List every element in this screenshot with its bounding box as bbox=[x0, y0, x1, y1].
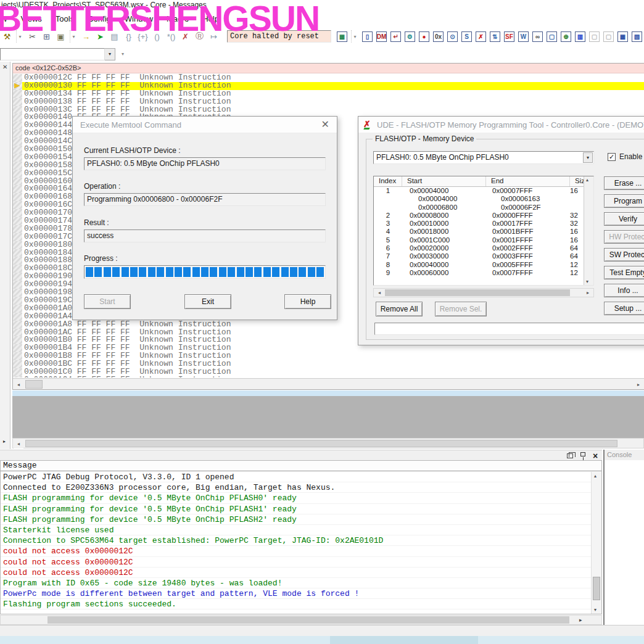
memo-icon[interactable]: ▦ bbox=[337, 31, 347, 42]
scrollbar-thumb[interactable] bbox=[593, 577, 600, 600]
table-row[interactable]: 20x000080000x0000FFFF32 bbox=[374, 212, 593, 220]
menu-item-macro[interactable]: Macro bbox=[160, 14, 196, 23]
test-empty-button[interactable]: Test Empty bbox=[604, 266, 644, 279]
pin-icon[interactable] bbox=[580, 452, 585, 456]
search-window-icon[interactable]: ⊙ bbox=[447, 31, 458, 42]
device-combo[interactable]: PFLASH0: 0.5 MByte OnChip PFLASH0 bbox=[373, 151, 594, 164]
scroll-left-icon[interactable]: ◂ bbox=[374, 289, 384, 297]
copy-icon[interactable]: ⊞ bbox=[41, 31, 52, 42]
breakpoint-gutter[interactable] bbox=[13, 154, 22, 162]
message-column-header[interactable]: Message bbox=[1, 461, 601, 471]
close-icon[interactable]: ✕ bbox=[321, 120, 329, 130]
restart-icon[interactable]: Ⓡ bbox=[194, 31, 205, 42]
paste-icon[interactable]: ▣ bbox=[56, 31, 66, 42]
step-return-icon[interactable]: ↦ bbox=[208, 31, 219, 42]
sfr-window-icon[interactable]: SF bbox=[504, 31, 514, 42]
debug-monitor-icon[interactable]: DM bbox=[376, 31, 387, 42]
breakpoint-gutter[interactable] bbox=[13, 281, 22, 289]
scroll-up-icon[interactable]: ▴ bbox=[586, 177, 588, 183]
step-list-icon[interactable]: ▤ bbox=[109, 31, 120, 42]
column-header-index[interactable]: Index bbox=[374, 176, 402, 186]
column-header-size[interactable]: Siz bbox=[570, 176, 585, 186]
source-window-icon[interactable]: S bbox=[461, 31, 472, 42]
scroll-right-icon[interactable]: ▸ bbox=[579, 617, 582, 623]
breakpoint-gutter[interactable] bbox=[13, 241, 22, 249]
breakpoint-gutter[interactable] bbox=[13, 138, 22, 146]
close-icon[interactable]: ✕ bbox=[2, 64, 7, 70]
verify-button[interactable]: Verify bbox=[604, 212, 644, 226]
table-row[interactable]: 60x000200000x0002FFFF64 bbox=[374, 244, 593, 252]
menu-item-tools[interactable]: Tools bbox=[49, 14, 81, 23]
menu-item-views[interactable]: Views bbox=[14, 14, 48, 23]
breakpoint-gutter[interactable] bbox=[13, 360, 22, 368]
sw-protect-button[interactable]: SW Protect bbox=[604, 248, 644, 262]
reset-target-icon[interactable]: ↵ bbox=[390, 31, 401, 42]
column-header-start[interactable]: Start bbox=[402, 176, 486, 186]
table-row[interactable]: 30x000100000x00017FFF32 bbox=[374, 220, 593, 228]
breakpoint-gutter[interactable] bbox=[13, 273, 22, 281]
info-button[interactable]: Info ... bbox=[604, 284, 644, 297]
cut-icon[interactable]: ✂ bbox=[27, 31, 38, 42]
menu-item-config[interactable]: Config bbox=[81, 14, 118, 23]
table-row[interactable]: 0x000068000x00006F2F bbox=[374, 204, 593, 212]
scrollbar-thumb[interactable] bbox=[47, 616, 569, 624]
breakpoint-gutter[interactable] bbox=[13, 130, 22, 138]
breakpoint-gutter[interactable] bbox=[13, 265, 22, 273]
scroll-up-icon[interactable]: ▴ bbox=[594, 473, 597, 479]
scroll-left-icon[interactable]: ◂ bbox=[14, 379, 23, 389]
scroll-left-icon[interactable]: ◂ bbox=[14, 439, 23, 448]
breakpoint-gutter[interactable] bbox=[13, 376, 22, 378]
scroll-right-icon[interactable]: ▸ bbox=[583, 289, 593, 297]
breakpoint-gutter[interactable] bbox=[13, 297, 22, 305]
globe-icon[interactable]: ⊕ bbox=[561, 31, 571, 42]
target-device-icon[interactable]: ▯ bbox=[362, 31, 373, 42]
table-row[interactable]: 80x000400000x0005FFFF12 bbox=[374, 261, 593, 269]
table-row[interactable]: 70x000300000x0003FFFF64 bbox=[374, 252, 593, 260]
breakpoint-gutter[interactable] bbox=[13, 98, 22, 106]
enable-checkbox[interactable]: ✓ Enable bbox=[608, 152, 642, 161]
scroll-right-icon[interactable]: ▸ bbox=[634, 379, 643, 389]
breakpoint-gutter[interactable] bbox=[13, 313, 22, 321]
hex-display-icon[interactable]: 0x bbox=[433, 31, 444, 42]
menu-item-window[interactable]: Window bbox=[118, 14, 160, 23]
toolbar-grip[interactable]: ▾ bbox=[351, 30, 358, 43]
help-button[interactable]: Help bbox=[284, 294, 331, 309]
scroll-down-icon[interactable]: ▾ bbox=[594, 607, 597, 613]
watch-window-icon[interactable]: W bbox=[518, 31, 529, 42]
plugin-icon[interactable]: ⚙ bbox=[405, 31, 415, 42]
breakpoint-gutter[interactable] bbox=[13, 217, 22, 225]
menu-item-help[interactable]: Help bbox=[196, 14, 226, 23]
scroll-down-icon[interactable]: ▾ bbox=[586, 279, 588, 284]
find-icon[interactable]: ∞ bbox=[532, 31, 543, 42]
program-button[interactable]: Program bbox=[604, 194, 644, 208]
breakpoint-gutter[interactable] bbox=[13, 193, 22, 201]
console-panel-title[interactable]: Console bbox=[605, 450, 644, 460]
message-vertical-scrollbar[interactable]: ▴ ▾ bbox=[591, 472, 601, 614]
code-horizontal-scrollbar[interactable]: ◂ ▸ bbox=[13, 378, 644, 389]
breakpoint-gutter[interactable] bbox=[13, 90, 22, 98]
table-row[interactable]: 0x000040000x00006163 bbox=[374, 195, 593, 203]
dock-window-icon[interactable]: ▧ bbox=[632, 31, 642, 42]
checkbox-check-icon[interactable]: ✓ bbox=[608, 153, 616, 161]
breakpoint-gutter[interactable] bbox=[13, 257, 22, 265]
abort-icon[interactable]: ✗ bbox=[180, 31, 191, 42]
breakpoint-gutter[interactable] bbox=[13, 368, 22, 376]
column-header-end[interactable]: End bbox=[486, 176, 570, 186]
chevron-down-icon[interactable]: ▾ bbox=[105, 48, 115, 60]
breakpoint-gutter[interactable] bbox=[13, 225, 22, 233]
restore-window-icon[interactable] bbox=[567, 453, 573, 458]
table-row[interactable]: 50x0001C0000x0001FFFF16 bbox=[374, 236, 593, 244]
breakpoint-gutter[interactable] bbox=[13, 114, 22, 122]
breakpoint-icon[interactable]: ● bbox=[419, 31, 429, 42]
breakpoint-gutter[interactable] bbox=[13, 352, 22, 360]
breakpoint-gutter[interactable] bbox=[13, 249, 22, 257]
workspace-horizontal-scrollbar[interactable]: ◂ bbox=[12, 438, 644, 448]
breakpoint-gutter[interactable] bbox=[13, 170, 22, 178]
breakpoint-gutter[interactable] bbox=[13, 305, 22, 313]
step-over-icon[interactable]: {} bbox=[123, 31, 134, 42]
toolbar-grip[interactable]: ▾ bbox=[16, 30, 23, 43]
scrollbar-thumb[interactable] bbox=[385, 289, 570, 296]
flash-tool-titlebar[interactable]: ✗ UDE - FLASH/OTP Memory Programming Too… bbox=[358, 117, 644, 133]
breakpoint-gutter[interactable] bbox=[13, 74, 22, 82]
run-icon[interactable]: ➤ bbox=[95, 31, 105, 42]
